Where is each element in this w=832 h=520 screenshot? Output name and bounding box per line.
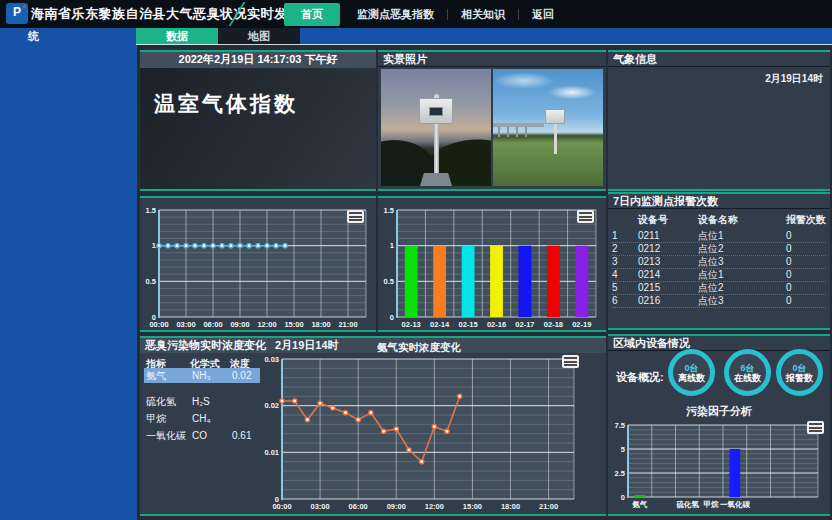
svg-text:02-14: 02-14 xyxy=(430,320,450,329)
greenhouse-line-chart: 00.511.500:0003:0006:0009:0012:0015:0018… xyxy=(142,205,374,329)
svg-text:02-13: 02-13 xyxy=(402,320,421,329)
pollutant-panel-title: 恶臭污染物实时浓度变化 xyxy=(145,338,266,353)
ammonia-chart-title: 氨气实时浓度变化 xyxy=(258,341,580,353)
svg-text:09:00: 09:00 xyxy=(387,502,406,511)
daily-index-bar-chart-panel: 00.511.502-1302-1402-1502-1602-1702-1802… xyxy=(378,196,606,332)
table-row: 10211 点位10 xyxy=(612,230,826,243)
svg-text:0: 0 xyxy=(390,313,394,322)
svg-text:0: 0 xyxy=(621,493,625,502)
photos-panel-title: 实景照片 xyxy=(378,52,606,67)
svg-text:02-18: 02-18 xyxy=(544,320,563,329)
svg-text:12:00: 12:00 xyxy=(425,502,444,511)
weather-panel-title: 气象信息 xyxy=(608,52,830,67)
svg-text:15:00: 15:00 xyxy=(463,502,482,511)
chart-menu-icon[interactable] xyxy=(347,210,364,223)
device-panel: 区域内设备情况 设备概况: 0台 离线数 6台 在线数 0台 报警数 污染因子分… xyxy=(608,334,830,516)
site-photo-sunset xyxy=(381,69,491,186)
svg-text:1.5: 1.5 xyxy=(384,206,394,215)
pollution-factor-bar-chart: 02.557.5氨气硫化氢甲烷一氧化碳 xyxy=(612,420,826,509)
ammonia-line-chart: 00.010.020.0300:0003:0006:0009:0012:0015… xyxy=(256,354,582,511)
alarm-panel-title: 7日内监测点报警次数 xyxy=(608,194,830,209)
nav-back[interactable]: 返回 xyxy=(519,0,567,28)
alarm-table-panel: 7日内监测点报警次数 设备号 设备名称 报警次数 10211 点位10 2021… xyxy=(608,192,830,330)
dashboard-screen: P 海南省乐东黎族自治县大气恶臭状况实时发布系 首页 监测点恶臭指数 相关知识 … xyxy=(0,0,832,520)
chart-menu-icon[interactable] xyxy=(562,355,579,368)
app-title-wrap: 统 xyxy=(28,29,39,44)
svg-text:0.01: 0.01 xyxy=(264,448,279,457)
svg-text:06:00: 06:00 xyxy=(349,502,368,511)
svg-text:03:00: 03:00 xyxy=(176,320,195,329)
pollutant-row-h2s[interactable]: 硫化氢 H₂S xyxy=(144,394,260,409)
monitoring-device-2 xyxy=(545,109,565,124)
offline-count-badge: 0台 离线数 xyxy=(668,349,715,396)
svg-text:硫化氢: 硫化氢 xyxy=(676,500,699,509)
alarm-table: 设备号 设备名称 报警次数 10211 点位10 20212 点位20 3021… xyxy=(612,214,826,308)
weather-panel: 气象信息 2月19日14时 xyxy=(608,50,830,191)
svg-text:18:00: 18:00 xyxy=(501,502,520,511)
photos-panel: 实景照片 xyxy=(378,50,606,191)
greenhouse-line-chart-panel: 00.511.500:0003:0006:0009:0012:0015:0018… xyxy=(140,196,376,332)
svg-text:02-15: 02-15 xyxy=(459,320,478,329)
chart-menu-icon[interactable] xyxy=(807,421,824,434)
svg-text:5: 5 xyxy=(621,445,625,454)
svg-text:00:00: 00:00 xyxy=(149,320,168,329)
svg-text:0.5: 0.5 xyxy=(384,277,394,286)
app-logo: P xyxy=(6,3,28,24)
col-alarm-count: 报警次数 xyxy=(786,214,826,230)
blue-strip: 统 数据 地图 xyxy=(0,28,832,45)
tab-map[interactable]: 地图 xyxy=(218,28,300,45)
pollutant-row-ch4[interactable]: 甲烷 CH₄ xyxy=(144,411,260,426)
svg-text:0.02: 0.02 xyxy=(264,401,279,410)
top-navigation: 首页 监测点恶臭指数 相关知识 返回 xyxy=(280,0,567,28)
pollutant-row-co[interactable]: 一氧化碳 CO 0.61 xyxy=(144,428,260,443)
weather-time: 2月19日14时 xyxy=(765,72,823,86)
svg-text:2.5: 2.5 xyxy=(615,469,625,478)
svg-text:1: 1 xyxy=(390,241,394,250)
device-pole-2 xyxy=(554,124,557,154)
svg-text:氨气: 氨气 xyxy=(631,500,648,509)
svg-text:12:00: 12:00 xyxy=(257,320,276,329)
headline-zone: 温室气体指数 xyxy=(140,68,376,189)
nav-home[interactable]: 首页 xyxy=(284,3,340,26)
svg-text:02-19: 02-19 xyxy=(572,320,591,329)
col-device-no: 设备号 xyxy=(638,214,698,230)
svg-text:03:00: 03:00 xyxy=(310,502,329,511)
table-row: 40214 点位10 xyxy=(612,269,826,282)
device-base xyxy=(420,173,452,186)
greeting-panel: 2022年2月19日 14:17:03 下午好 温室气体指数 xyxy=(140,50,376,191)
svg-text:02-16: 02-16 xyxy=(487,320,506,329)
svg-text:06:00: 06:00 xyxy=(203,320,222,329)
topbar: P 海南省乐东黎族自治县大气恶臭状况实时发布系 首页 监测点恶臭指数 相关知识 … xyxy=(0,0,832,28)
alarm-count-badge: 0台 报警数 xyxy=(776,349,823,396)
svg-text:21:00: 21:00 xyxy=(338,320,357,329)
datetime-greeting: 2022年2月19日 14:17:03 下午好 xyxy=(140,52,376,68)
chart-menu-icon[interactable] xyxy=(577,210,594,223)
svg-text:00:00: 00:00 xyxy=(272,502,291,511)
tab-underline xyxy=(136,44,832,45)
nav-knowledge[interactable]: 相关知识 xyxy=(448,0,518,28)
pollutant-panel: 恶臭污染物实时浓度变化 2月19日14时 指标 化学式 浓度mg/m3 氨气 N… xyxy=(140,336,606,516)
table-row: 50215 点位20 xyxy=(612,282,826,295)
daily-index-bar-chart: 00.511.502-1302-1402-1502-1602-1702-1802… xyxy=(380,205,604,329)
alarm-table-header: 设备号 设备名称 报警次数 xyxy=(612,214,826,230)
svg-text:1: 1 xyxy=(152,241,156,250)
device-screen xyxy=(429,107,443,116)
svg-text:7.5: 7.5 xyxy=(615,421,625,430)
svg-text:02-17: 02-17 xyxy=(515,320,534,329)
fence xyxy=(493,123,544,127)
site-photo-field xyxy=(493,69,603,186)
nav-monitor-odor-index[interactable]: 监测点恶臭指数 xyxy=(344,0,447,28)
online-count-badge: 6台 在线数 xyxy=(724,349,771,396)
pollutant-row-ammonia[interactable]: 氨气 NH₃ 0.02 xyxy=(144,368,260,383)
svg-text:0.5: 0.5 xyxy=(146,277,156,286)
svg-text:15:00: 15:00 xyxy=(284,320,303,329)
svg-text:一氧化碳: 一氧化碳 xyxy=(720,500,751,509)
left-sidebar xyxy=(0,28,137,520)
tab-data[interactable]: 数据 xyxy=(136,28,218,45)
device-overview-label: 设备概况: xyxy=(616,370,664,385)
pollution-factor-title: 污染因子分析 xyxy=(608,404,830,419)
svg-text:21:00: 21:00 xyxy=(539,502,558,511)
svg-text:09:00: 09:00 xyxy=(230,320,249,329)
table-row: 30213 点位30 xyxy=(612,256,826,269)
table-row: 20212 点位20 xyxy=(612,243,826,256)
